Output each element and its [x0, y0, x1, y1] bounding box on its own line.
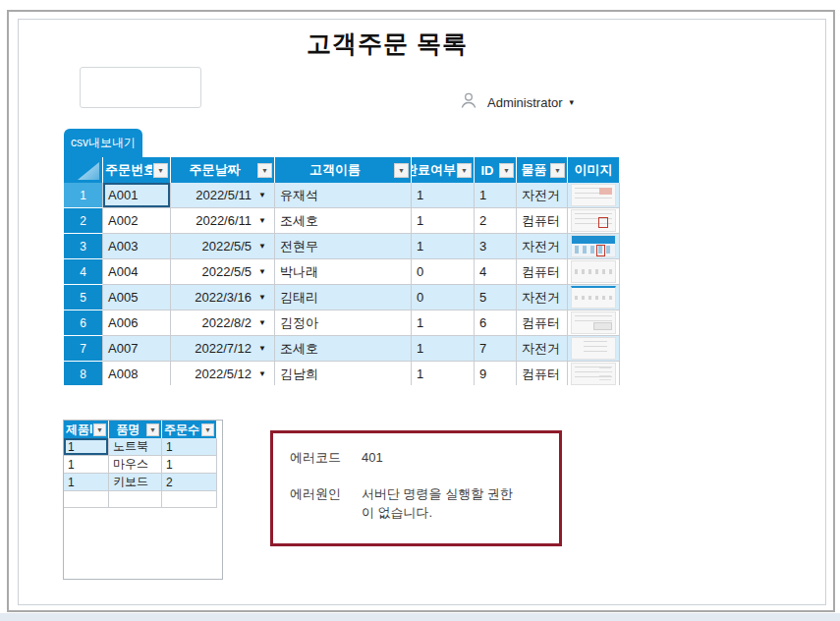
detail-row[interactable] [64, 491, 217, 508]
cell-id[interactable]: 3 [475, 234, 517, 259]
cell-completed[interactable]: 0 [412, 285, 475, 310]
date-dropdown-icon[interactable]: ▼ [258, 369, 266, 378]
cell-item[interactable]: 컴퓨터 [517, 208, 568, 234]
cell-image[interactable] [568, 310, 620, 336]
cell-product-name[interactable]: 키보드 [109, 474, 162, 491]
cell-id[interactable]: 9 [475, 362, 517, 385]
date-dropdown-icon[interactable]: ▼ [258, 293, 266, 302]
filter-dropdown-button[interactable]: ▼ [257, 163, 272, 178]
date-dropdown-icon[interactable]: ▼ [258, 344, 266, 353]
row-number-cell[interactable]: 2 [64, 208, 103, 234]
filter-dropdown-button[interactable]: ▼ [394, 163, 409, 178]
cell-order-no[interactable]: A008 [103, 362, 171, 385]
cell-order-no[interactable]: A003 [103, 234, 171, 259]
cell-image[interactable] [568, 362, 620, 385]
cell-image[interactable] [568, 208, 620, 234]
date-dropdown-icon[interactable]: ▼ [258, 191, 266, 199]
cell-id[interactable]: 1 [475, 183, 517, 208]
cell-item[interactable]: 자전거 [517, 234, 568, 259]
detail-row[interactable]: 1 마우스 1 [64, 456, 217, 474]
cell-order-no[interactable]: A001 [103, 183, 171, 208]
cell-completed[interactable]: 1 [412, 310, 475, 336]
row-number-cell[interactable]: 5 [64, 285, 103, 310]
cell-item[interactable]: 자전거 [517, 285, 568, 310]
cell-image[interactable] [568, 234, 620, 259]
csv-export-button[interactable]: csv내보내기 [64, 129, 142, 157]
cell-product-name[interactable] [109, 491, 162, 508]
grid-corner-select-all[interactable] [64, 157, 103, 183]
cell-order-qty[interactable]: 1 [162, 456, 217, 474]
cell-id[interactable]: 5 [475, 285, 517, 310]
date-dropdown-icon[interactable]: ▼ [258, 318, 266, 327]
cell-customer-name[interactable]: 김남희 [275, 362, 412, 385]
detail-row[interactable]: 1 키보드 2 [64, 474, 217, 491]
order-row[interactable]: 6 A006 2022/8/2 ▼ 김정아 1 6 컴퓨터 [64, 310, 620, 336]
cell-order-no[interactable]: A006 [103, 310, 171, 336]
cell-order-date[interactable]: 2022/7/12 ▼ [171, 336, 275, 362]
cell-order-no[interactable]: A005 [103, 285, 171, 310]
cell-completed[interactable]: 1 [412, 336, 475, 362]
filter-dropdown-button[interactable]: ▼ [146, 423, 159, 436]
cell-id[interactable]: 6 [475, 310, 517, 336]
user-menu[interactable]: Administrator ▾ [459, 90, 574, 114]
cell-customer-name[interactable]: 조세호 [275, 336, 412, 362]
cell-image[interactable] [568, 285, 620, 310]
filter-dropdown-button[interactable]: ▼ [93, 423, 106, 436]
filter-dropdown-button[interactable]: ▼ [499, 163, 514, 178]
cell-order-date[interactable]: 2022/6/11 ▼ [171, 208, 275, 234]
order-row[interactable]: 4 A004 2022/5/5 ▼ 박나래 0 4 컴퓨터 [64, 259, 620, 285]
filter-dropdown-button[interactable]: ▼ [550, 163, 565, 178]
filter-dropdown-button[interactable]: ▼ [457, 163, 472, 178]
cell-order-date[interactable]: 2022/5/5 ▼ [171, 234, 275, 259]
cell-item[interactable]: 자전거 [517, 336, 568, 362]
cell-product-id[interactable]: 1 [64, 474, 109, 491]
row-number-cell[interactable]: 3 [64, 234, 103, 259]
date-dropdown-icon[interactable]: ▼ [258, 242, 266, 251]
cell-item[interactable]: 컴퓨터 [517, 310, 568, 336]
order-row[interactable]: 1 A001 2022/5/11 ▼ 유재석 1 1 자전거 [64, 183, 620, 208]
cell-order-date[interactable]: 2022/5/5 ▼ [171, 259, 275, 285]
cell-order-qty[interactable] [162, 491, 217, 508]
row-number-cell[interactable]: 4 [64, 259, 103, 285]
cell-image[interactable] [568, 183, 620, 208]
cell-order-date[interactable]: 2022/3/16 ▼ [171, 285, 275, 310]
cell-completed[interactable]: 0 [412, 259, 475, 285]
cell-customer-name[interactable]: 조세호 [275, 208, 412, 234]
cell-order-qty[interactable]: 1 [162, 438, 217, 456]
row-number-cell[interactable]: 1 [64, 183, 103, 208]
cell-order-date[interactable]: 2022/5/12 ▼ [171, 362, 275, 385]
cell-customer-name[interactable]: 김태리 [275, 285, 412, 310]
cell-order-date[interactable]: 2022/5/11 ▼ [171, 183, 275, 208]
cell-product-id[interactable]: 1 [64, 438, 109, 456]
order-row[interactable]: 5 A005 2022/3/16 ▼ 김태리 0 5 자전거 [64, 285, 620, 310]
cell-product-id[interactable] [64, 491, 109, 508]
filter-dropdown-button[interactable]: ▼ [153, 163, 168, 178]
cell-completed[interactable]: 1 [412, 183, 475, 208]
cell-id[interactable]: 2 [475, 208, 517, 234]
cell-image[interactable] [568, 259, 620, 285]
cell-item[interactable]: 컴퓨터 [517, 362, 568, 385]
cell-image[interactable] [568, 336, 620, 362]
row-number-cell[interactable]: 8 [64, 362, 103, 385]
cell-product-name[interactable]: 노트북 [109, 438, 162, 456]
cell-item[interactable]: 컴퓨터 [517, 259, 568, 285]
cell-customer-name[interactable]: 유재석 [275, 183, 412, 208]
cell-product-id[interactable]: 1 [64, 456, 109, 474]
cell-product-name[interactable]: 마우스 [109, 456, 162, 474]
search-input[interactable] [80, 67, 201, 108]
order-row[interactable]: 2 A002 2022/6/11 ▼ 조세호 1 2 컴퓨터 [64, 208, 620, 234]
order-row[interactable]: 7 A007 2022/7/12 ▼ 조세호 1 7 자전거 [64, 336, 620, 362]
detail-row[interactable]: 1 노트북 1 [64, 438, 217, 456]
cell-customer-name[interactable]: 전현무 [275, 234, 412, 259]
cell-order-no[interactable]: A004 [103, 259, 171, 285]
cell-id[interactable]: 4 [475, 259, 517, 285]
cell-order-no[interactable]: A002 [103, 208, 171, 234]
cell-completed[interactable]: 1 [412, 234, 475, 259]
cell-order-qty[interactable]: 2 [162, 474, 217, 491]
date-dropdown-icon[interactable]: ▼ [258, 267, 266, 276]
date-dropdown-icon[interactable]: ▼ [258, 216, 266, 225]
cell-order-date[interactable]: 2022/8/2 ▼ [171, 310, 275, 336]
order-row[interactable]: 8 A008 2022/5/12 ▼ 김남희 1 9 컴퓨터 [64, 362, 620, 385]
row-number-cell[interactable]: 7 [64, 336, 103, 362]
cell-order-no[interactable]: A007 [103, 336, 171, 362]
